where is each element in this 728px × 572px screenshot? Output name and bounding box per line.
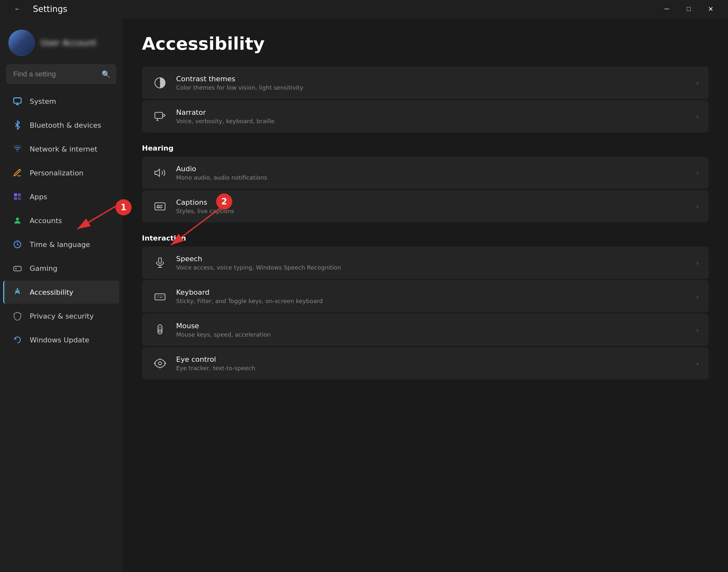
update-label: Windows Update <box>30 336 89 344</box>
narrator-card[interactable]: Narrator Voice, verbosity, keyboard, bra… <box>142 100 709 133</box>
eye-control-card[interactable]: Eye control Eye tracker, text-to-speech … <box>142 347 709 379</box>
sidebar-item-network[interactable]: Network & internet <box>3 137 119 160</box>
contrast-themes-card[interactable]: Contrast themes Color themes for low vis… <box>142 67 709 99</box>
time-label: Time & language <box>30 240 90 248</box>
svg-rect-15 <box>158 258 161 263</box>
apps-label: Apps <box>30 193 47 201</box>
keyboard-text: Keyboard Sticky, Filter, and Toggle keys… <box>176 288 688 304</box>
sidebar-item-gaming[interactable]: Gaming <box>3 257 119 280</box>
speech-card[interactable]: Speech Voice access, voice typing, Windo… <box>142 247 709 279</box>
svg-rect-3 <box>18 194 21 196</box>
profile-name: User Account <box>41 38 96 48</box>
interaction-section-heading: Interaction <box>142 234 709 242</box>
maximize-button[interactable]: □ <box>678 0 700 18</box>
contrast-icon <box>152 74 169 91</box>
accessibility-icon <box>12 286 23 298</box>
eye-control-chevron: › <box>696 360 699 368</box>
mouse-icon <box>152 321 169 338</box>
gaming-icon <box>12 263 23 274</box>
contrast-themes-desc: Color themes for low vision, light sensi… <box>176 84 688 91</box>
eye-control-text: Eye control Eye tracker, text-to-speech <box>176 355 688 371</box>
captions-desc: Styles, live captions <box>176 208 688 214</box>
search-icon: 🔍 <box>102 70 110 78</box>
svg-marker-12 <box>155 169 159 176</box>
accessibility-label: Accessibility <box>30 288 73 296</box>
sidebar-item-system[interactable]: System <box>3 90 119 113</box>
sidebar-item-apps[interactable]: Apps <box>3 185 119 208</box>
user-profile[interactable]: User Account <box>0 18 123 65</box>
narrator-title: Narrator <box>176 108 688 117</box>
keyboard-card[interactable]: Keyboard Sticky, Filter, and Toggle keys… <box>142 280 709 312</box>
main-content: Accessibility Contrast themes Color them… <box>123 18 728 572</box>
svg-point-1 <box>17 150 18 152</box>
svg-text:CC: CC <box>156 205 161 209</box>
titlebar: ← Settings ─ □ ✕ <box>0 0 728 18</box>
audio-chevron: › <box>696 169 699 177</box>
speech-text: Speech Voice access, voice typing, Windo… <box>176 255 688 271</box>
apps-icon <box>12 191 23 203</box>
mouse-text: Mouse Mouse keys, speed, acceleration <box>176 322 688 338</box>
update-icon <box>12 334 23 346</box>
svg-point-9 <box>17 288 18 290</box>
sidebar-item-accessibility[interactable]: Accessibility <box>3 281 119 304</box>
svg-rect-2 <box>14 194 17 196</box>
sidebar-item-bluetooth[interactable]: Bluetooth & devices <box>3 114 119 137</box>
app-title: Settings <box>33 4 67 14</box>
search-container: 🔍 <box>6 65 116 84</box>
personalization-label: Personalization <box>30 169 83 177</box>
svg-rect-4 <box>14 197 17 200</box>
accounts-icon <box>12 215 23 226</box>
svg-rect-11 <box>155 112 162 118</box>
narrator-chevron: › <box>696 113 699 121</box>
mouse-card[interactable]: Mouse Mouse keys, speed, acceleration › <box>142 314 709 346</box>
hearing-section-heading: Hearing <box>142 144 709 152</box>
audio-desc: Mono audio, audio notifications <box>176 174 688 181</box>
back-button[interactable]: ← <box>6 0 28 18</box>
keyboard-icon <box>152 288 169 305</box>
contrast-chevron: › <box>696 79 699 87</box>
audio-title: Audio <box>176 165 688 173</box>
mouse-desc: Mouse keys, speed, acceleration <box>176 331 688 338</box>
privacy-icon <box>12 310 23 322</box>
keyboard-chevron: › <box>696 292 699 300</box>
keyboard-title: Keyboard <box>176 288 688 296</box>
mouse-title: Mouse <box>176 322 688 330</box>
speech-chevron: › <box>696 259 699 267</box>
bluetooth-icon <box>12 119 23 131</box>
personalization-icon <box>12 167 23 178</box>
system-icon <box>12 95 23 107</box>
close-button[interactable]: ✕ <box>700 0 722 18</box>
captions-icon: CC <box>152 198 169 215</box>
speech-title: Speech <box>176 255 688 263</box>
bluetooth-label: Bluetooth & devices <box>30 121 101 129</box>
sidebar-item-update[interactable]: Windows Update <box>3 328 119 351</box>
narrator-desc: Voice, verbosity, keyboard, braille <box>176 118 688 125</box>
minimize-button[interactable]: ─ <box>656 0 678 18</box>
window-controls: ─ □ ✕ <box>656 0 722 18</box>
network-icon <box>12 143 23 155</box>
contrast-themes-title: Contrast themes <box>176 75 688 83</box>
network-label: Network & internet <box>30 145 97 153</box>
time-icon <box>12 238 23 250</box>
captions-text: Captions Styles, live captions <box>176 198 688 214</box>
keyboard-desc: Sticky, Filter, and Toggle keys, on-scre… <box>176 298 688 304</box>
search-input[interactable] <box>6 65 116 84</box>
svg-rect-5 <box>18 197 21 200</box>
audio-card[interactable]: Audio Mono audio, audio notifications › <box>142 157 709 189</box>
sidebar-item-personalization[interactable]: Personalization <box>3 161 119 185</box>
eye-control-desc: Eye tracker, text-to-speech <box>176 365 688 371</box>
captions-card[interactable]: CC Captions Styles, live captions › <box>142 190 709 222</box>
narrator-text: Narrator Voice, verbosity, keyboard, bra… <box>176 108 688 125</box>
page-title: Accessibility <box>142 33 709 54</box>
captions-chevron: › <box>696 203 699 211</box>
svg-rect-0 <box>13 98 21 103</box>
svg-rect-8 <box>13 266 21 271</box>
sidebar-item-privacy[interactable]: Privacy & security <box>3 304 119 328</box>
system-label: System <box>30 97 56 105</box>
sidebar-item-accounts[interactable]: Accounts <box>3 209 119 232</box>
sidebar-nav: System Bluetooth & devices <box>0 89 123 352</box>
svg-rect-16 <box>155 294 165 300</box>
audio-icon <box>152 164 169 181</box>
audio-text: Audio Mono audio, audio notifications <box>176 165 688 181</box>
sidebar-item-time[interactable]: Time & language <box>3 233 119 256</box>
